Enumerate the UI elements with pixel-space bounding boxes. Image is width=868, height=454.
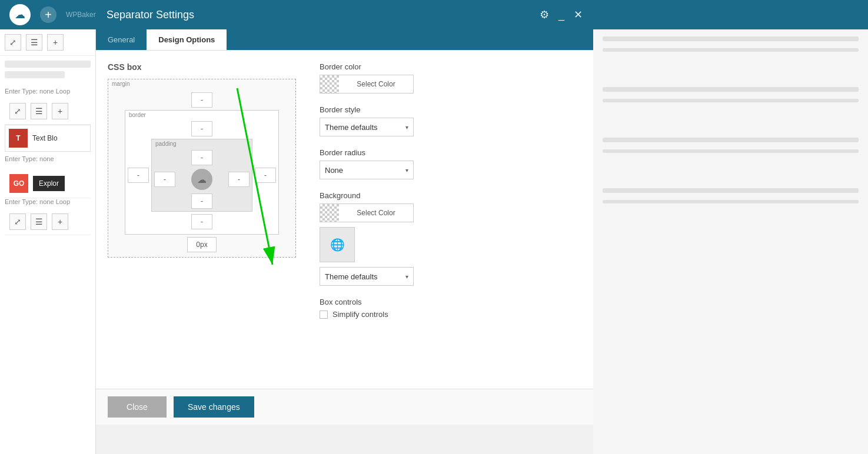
expand-btn2[interactable]: ⤢	[9, 103, 26, 119]
add-button[interactable]: +	[40, 6, 56, 23]
background-color-picker[interactable]: Select Color	[320, 203, 414, 222]
sidebar-section: Enter Type: none Loop ⤢ ☰ + T Text Blo E…	[5, 88, 91, 162]
settings-section: Border color Select Color Border style T…	[320, 62, 581, 377]
tab-design-options[interactable]: Design Options	[147, 29, 227, 50]
menu-btn2[interactable]: ☰	[31, 103, 47, 119]
background-color-checker	[320, 204, 339, 222]
margin-bottom-input[interactable]: 0px	[187, 237, 217, 252]
sidebar-type-label3: Enter Type: none Loop	[5, 198, 91, 205]
close-button[interactable]: Close	[108, 396, 167, 418]
chevron-down-icon: ▾	[405, 124, 408, 131]
background-position-dropdown[interactable]: Theme defaults ▾	[320, 267, 414, 286]
simplify-controls-checkbox[interactable]	[320, 311, 328, 319]
background-color-btn-label: Select Color	[339, 209, 413, 217]
simplify-controls-row: Simplify controls	[320, 310, 581, 319]
background-preview-icon: 🌐	[330, 238, 345, 252]
right-panel-bar-3	[603, 87, 859, 92]
border-bottom-input[interactable]: -	[191, 214, 212, 229]
sidebar-toolbar3: GO Explor	[5, 169, 91, 198]
right-panel-bar-8	[603, 200, 859, 203]
box-controls-group: Box controls Simplify controls	[320, 298, 581, 319]
settings-icon[interactable]: ⚙	[540, 8, 549, 21]
expand-btn3[interactable]: ⤢	[9, 213, 26, 230]
simplify-controls-label: Simplify controls	[332, 310, 388, 319]
margin-top-row: -	[113, 92, 291, 108]
save-button[interactable]: Save changes	[174, 396, 254, 418]
text-block-icon: T	[9, 129, 28, 148]
modal-dialog: Separator Settings ⚙ _ ✕ General Design …	[96, 0, 593, 425]
border-left-input[interactable]: -	[128, 168, 149, 183]
padding-center: ☁	[175, 168, 228, 191]
modal-header: Separator Settings ⚙ _ ✕	[96, 0, 593, 29]
sidebar-placeholder-2	[5, 71, 65, 78]
chevron-down-icon-radius: ▾	[405, 167, 408, 173]
padding-middle-row: - ☁ -	[154, 168, 250, 191]
modal-footer: Close Save changes	[96, 389, 593, 425]
go-button[interactable]: GO	[9, 174, 28, 193]
expand-btn[interactable]: ⤢	[5, 34, 21, 51]
modal-tabs: General Design Options	[96, 29, 593, 51]
border-color-label: Border color	[320, 62, 581, 71]
css-box-title: CSS box	[108, 62, 296, 72]
app-logo: ☁	[9, 4, 31, 25]
right-panel-bar-5	[603, 138, 859, 142]
border-style-dropdown[interactable]: Theme defaults ▾	[320, 118, 414, 136]
padding-top-row: -	[154, 150, 250, 165]
right-panel-bar-1	[603, 36, 859, 41]
sidebar-toolbar: ⤢ ☰ +	[0, 29, 95, 56]
background-label: Background	[320, 191, 581, 200]
sidebar-placeholder-1	[5, 61, 91, 68]
add-btn[interactable]: +	[47, 34, 64, 51]
box-controls-label: Box controls	[320, 298, 581, 306]
border-color-btn-label: Select Color	[339, 80, 413, 88]
menu-btn[interactable]: ☰	[26, 34, 42, 51]
border-outer: border - - padding -	[125, 110, 279, 235]
right-panel-bar-4	[603, 99, 859, 102]
close-icon[interactable]: ✕	[574, 8, 583, 21]
text-block-label: Text Blo	[32, 134, 58, 142]
modal-title: Separator Settings	[107, 9, 194, 21]
menu-btn3[interactable]: ☰	[31, 213, 47, 230]
add-btn3[interactable]: +	[52, 213, 68, 230]
right-panel-bar-6	[603, 149, 859, 153]
sidebar-type-label: Enter Type: none Loop	[5, 88, 91, 95]
border-middle-row: - padding - - ☁	[128, 139, 276, 212]
css-box-wrapper: margin - border - -	[108, 79, 296, 258]
margin-top-input[interactable]: -	[191, 92, 212, 108]
background-group: Background Select Color 🌐 Theme defaults…	[320, 191, 581, 286]
left-sidebar: ⤢ ☰ + Enter Type: none Loop ⤢ ☰ + T Text…	[0, 29, 96, 454]
border-top-input[interactable]: -	[191, 121, 212, 136]
text-block-item[interactable]: T Text Blo	[5, 125, 91, 152]
border-color-checker	[320, 75, 339, 93]
modal-body: CSS box margin - border - -	[96, 51, 593, 389]
border-radius-group: Border radius None ▾	[320, 148, 581, 179]
border-radius-value: None	[325, 166, 343, 175]
border-radius-dropdown[interactable]: None ▾	[320, 161, 414, 179]
border-style-value: Theme defaults	[325, 123, 378, 132]
padding-bottom-row: -	[154, 193, 250, 209]
padding-right-input[interactable]: -	[228, 172, 250, 187]
sidebar-content: Enter Type: none Loop ⤢ ☰ + T Text Blo E…	[0, 56, 95, 240]
border-bottom-row: -	[128, 214, 276, 229]
minimize-icon[interactable]: _	[558, 9, 564, 21]
sidebar-section2: GO Explor Enter Type: none Loop ⤢ ☰ +	[5, 169, 91, 235]
padding-top-input[interactable]: -	[191, 150, 212, 165]
css-box-section: CSS box margin - border - -	[108, 62, 296, 377]
explore-button[interactable]: Explor	[33, 176, 65, 191]
border-color-picker[interactable]: Select Color	[320, 75, 414, 94]
padding-bottom-input[interactable]: -	[191, 193, 212, 209]
border-style-label: Border style	[320, 105, 581, 114]
add-btn2[interactable]: +	[52, 103, 68, 119]
margin-label: margin	[112, 81, 130, 87]
border-style-group: Border style Theme defaults ▾	[320, 105, 581, 136]
modal-header-controls: ⚙ _ ✕	[540, 8, 583, 21]
sidebar-toolbar2: ⤢ ☰ +	[5, 98, 91, 125]
background-position-value: Theme defaults	[325, 272, 378, 281]
right-panel-bar-2	[603, 48, 859, 52]
right-panel-bar-7	[603, 188, 859, 193]
border-right-input[interactable]: -	[255, 168, 276, 183]
border-label: border	[129, 112, 146, 118]
margin-bottom-row: 0px	[113, 237, 291, 252]
padding-left-input[interactable]: -	[154, 172, 175, 187]
tab-general[interactable]: General	[96, 29, 147, 50]
